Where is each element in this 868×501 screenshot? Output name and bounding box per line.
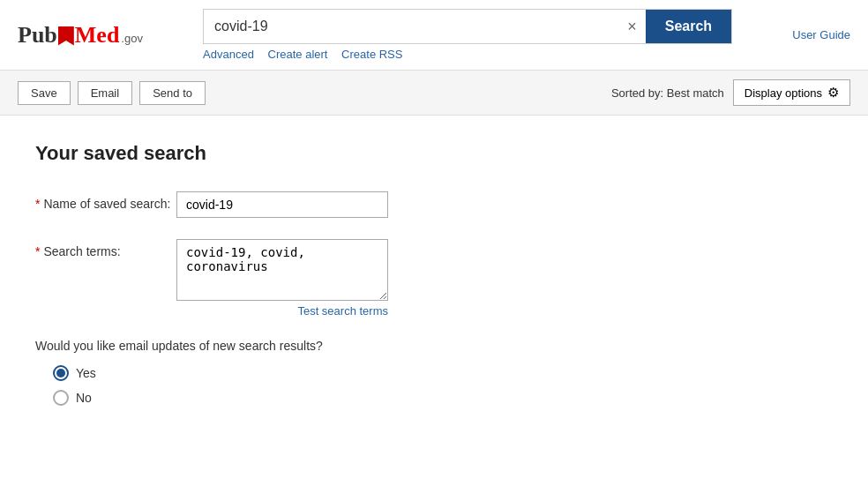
name-form-row: *Name of saved search: bbox=[35, 191, 626, 218]
logo-gov: .gov bbox=[121, 32, 143, 45]
search-button[interactable]: Search bbox=[646, 10, 731, 43]
terms-label: *Search terms: bbox=[35, 239, 176, 258]
gear-icon: ⚙ bbox=[827, 85, 839, 101]
create-rss-link[interactable]: Create RSS bbox=[341, 48, 402, 61]
no-radio-circle bbox=[53, 390, 69, 406]
sorted-by-label: Sorted by: Best match bbox=[611, 86, 724, 100]
email-question: Would you like email updates of new sear… bbox=[35, 339, 626, 353]
display-options-label: Display options bbox=[745, 86, 822, 100]
yes-radio-item[interactable]: Yes bbox=[53, 365, 626, 381]
toolbar-left: Save Email Send to bbox=[18, 81, 206, 105]
name-label: *Name of saved search: bbox=[35, 191, 176, 211]
logo-med: Med bbox=[75, 22, 120, 48]
toolbar-right: Sorted by: Best match Display options ⚙ bbox=[611, 79, 850, 106]
header: PubMed.gov × Search Advanced Create aler… bbox=[0, 0, 868, 71]
save-button[interactable]: Save bbox=[18, 81, 71, 105]
yes-label: Yes bbox=[76, 366, 96, 380]
logo-bookmark bbox=[58, 26, 74, 46]
required-star-name: * bbox=[35, 197, 40, 211]
logo-pub: Pub bbox=[18, 22, 57, 48]
saved-search-name-input[interactable] bbox=[176, 191, 388, 218]
user-guide-link[interactable]: User Guide bbox=[792, 28, 850, 41]
clear-search-button[interactable]: × bbox=[618, 19, 646, 34]
test-search-link[interactable]: Test search terms bbox=[297, 304, 388, 318]
logo-area: PubMed.gov bbox=[18, 22, 143, 49]
required-star-terms: * bbox=[35, 244, 40, 258]
email-updates-section: Would you like email updates of new sear… bbox=[35, 339, 626, 406]
no-label: No bbox=[76, 391, 92, 405]
advanced-link[interactable]: Advanced bbox=[203, 48, 254, 61]
pubmed-logo: PubMed.gov bbox=[18, 22, 143, 49]
search-box-row: × Search bbox=[203, 9, 732, 44]
create-alert-link[interactable]: Create alert bbox=[268, 48, 328, 61]
radio-group: Yes No bbox=[35, 365, 626, 406]
saved-search-title: Your saved search bbox=[35, 142, 626, 165]
main-content: Your saved search *Name of saved search:… bbox=[0, 116, 662, 432]
terms-form-row: *Search terms: covid-19, covid, coronavi… bbox=[35, 239, 626, 318]
yes-radio-circle bbox=[53, 365, 69, 381]
no-radio-item[interactable]: No bbox=[53, 390, 626, 406]
search-input[interactable] bbox=[204, 10, 618, 43]
search-terms-col: covid-19, covid, coronavirus Test search… bbox=[176, 239, 388, 318]
search-links: Advanced Create alert Create RSS bbox=[203, 48, 732, 61]
send-to-button[interactable]: Send to bbox=[139, 81, 206, 105]
email-button[interactable]: Email bbox=[78, 81, 133, 105]
toolbar: Save Email Send to Sorted by: Best match… bbox=[0, 71, 868, 116]
search-area: × Search Advanced Create alert Create RS… bbox=[203, 9, 732, 61]
search-terms-input[interactable]: covid-19, covid, coronavirus bbox=[176, 239, 388, 301]
display-options-button[interactable]: Display options ⚙ bbox=[733, 79, 850, 106]
